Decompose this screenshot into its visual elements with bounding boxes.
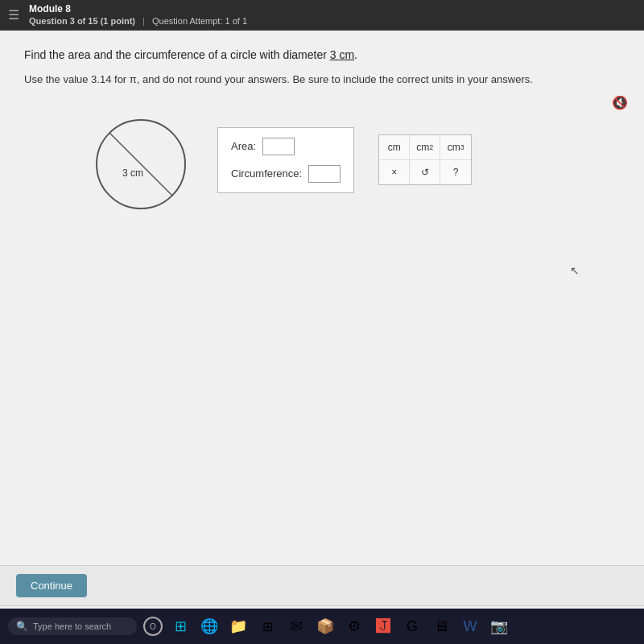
app-header: ☰ Module 8 Question 3 of 15 (1 point) | … bbox=[0, 0, 644, 31]
taskbar-start-icon[interactable]: ⊞ bbox=[169, 615, 192, 638]
taskbar-app1-icon[interactable]: 🅹 bbox=[372, 615, 394, 638]
unit-help[interactable]: ? bbox=[440, 160, 471, 184]
question-info: Question 3 of 15 (1 point) | Question At… bbox=[29, 15, 247, 27]
taskbar-google-icon[interactable]: G bbox=[401, 615, 423, 638]
taskbar-word-icon[interactable]: W bbox=[459, 615, 481, 638]
circumference-row: Circumference: bbox=[231, 165, 341, 183]
module-title: Module 8 bbox=[29, 3, 247, 16]
question-progress: Question 3 of 15 bbox=[29, 16, 98, 26]
main-content: 🔇 Find the area and the circumference of… bbox=[0, 31, 644, 565]
cursor-icon: ↖ bbox=[570, 264, 580, 277]
area-label: Area: bbox=[231, 140, 256, 152]
circumference-input[interactable] bbox=[308, 165, 341, 183]
continue-bar: Continue bbox=[0, 565, 644, 605]
search-glass-icon: 🔍 bbox=[16, 621, 28, 632]
taskbar-circle-icon[interactable]: O bbox=[143, 617, 163, 636]
hamburger-icon[interactable]: ☰ bbox=[8, 7, 19, 23]
header-info: Module 8 Question 3 of 15 (1 point) | Qu… bbox=[29, 3, 247, 27]
unit-cm[interactable]: cm bbox=[379, 135, 410, 159]
answer-inputs-container: Area: Circumference: bbox=[217, 127, 354, 193]
points-label: (1 point) bbox=[101, 16, 135, 26]
diameter-value: 3 cm bbox=[330, 48, 354, 61]
svg-text:3 cm: 3 cm bbox=[122, 167, 143, 179]
taskbar-settings-icon[interactable]: ⚙ bbox=[343, 615, 365, 638]
units-row-1: cm cm2 cm3 bbox=[379, 135, 471, 160]
units-panel: cm cm2 cm3 × ↺ ? bbox=[378, 134, 472, 185]
circumference-label: Circumference: bbox=[231, 167, 302, 180]
svg-line-1 bbox=[109, 133, 172, 196]
taskbar-pc-icon[interactable]: 🖥 bbox=[430, 615, 452, 638]
taskbar-edge-icon[interactable]: 🌐 bbox=[198, 615, 221, 638]
area-row: Area: bbox=[231, 138, 341, 155]
taskbar-folder-icon[interactable]: 📁 bbox=[227, 615, 250, 638]
continue-button[interactable]: Continue bbox=[16, 574, 87, 597]
question-text-1: Find the area and the circumference of a… bbox=[24, 47, 620, 64]
attempt-label: Question Attempt: bbox=[152, 16, 222, 26]
area-input[interactable] bbox=[262, 138, 295, 155]
circle-diagram: 3 cm bbox=[89, 112, 193, 217]
circle-svg: 3 cm bbox=[89, 112, 193, 217]
unit-undo[interactable]: ↺ bbox=[410, 160, 440, 184]
taskbar-email-icon[interactable]: ✉ bbox=[285, 615, 308, 638]
taskbar-camera-icon[interactable]: 📷 bbox=[488, 615, 510, 638]
separator: | bbox=[142, 16, 145, 26]
taskbar-dropbox-icon[interactable]: 📦 bbox=[314, 615, 336, 638]
taskbar: 🔍 Type here to search O ⊞ 🌐 📁 ⊞ ✉ 📦 ⚙ 🅹 … bbox=[0, 609, 644, 644]
attempt-value: 1 of 1 bbox=[225, 16, 248, 26]
unit-times[interactable]: × bbox=[379, 160, 410, 184]
taskbar-search[interactable]: 🔍 Type here to search bbox=[8, 617, 137, 635]
sound-icon[interactable]: 🔇 bbox=[612, 95, 628, 110]
units-row-2: × ↺ ? bbox=[379, 160, 471, 184]
taskbar-search-label: Type here to search bbox=[33, 621, 111, 631]
question-text-2: Use the value 3.14 for π, and do not rou… bbox=[24, 72, 620, 88]
unit-cm3[interactable]: cm3 bbox=[440, 135, 471, 159]
unit-cm2[interactable]: cm2 bbox=[410, 135, 440, 159]
taskbar-grid-icon[interactable]: ⊞ bbox=[256, 615, 279, 638]
